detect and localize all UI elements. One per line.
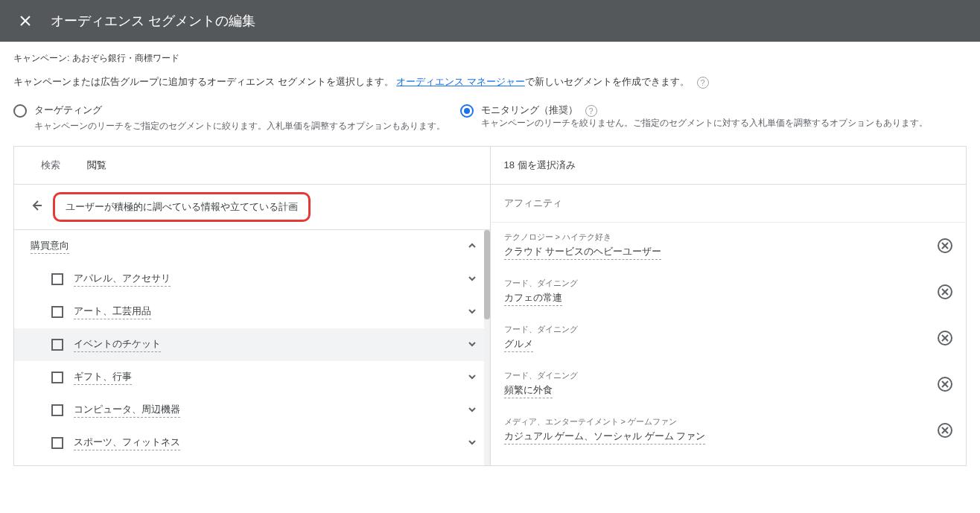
selected-item-path: テクノロジー > ハイテク好き bbox=[504, 232, 931, 243]
scrollbar-thumb[interactable] bbox=[484, 230, 490, 319]
chevron-down-icon bbox=[468, 404, 477, 416]
chevron-down-icon bbox=[468, 306, 477, 318]
list-item-label: イベントのチケット bbox=[74, 337, 161, 352]
radio-monitoring-desc: キャンペーンのリーチを絞りません。ご指定のセグメントに対する入札単価を調整するオ… bbox=[481, 117, 928, 130]
list-item[interactable]: アート、工芸用品 bbox=[14, 296, 490, 328]
chevron-down-icon bbox=[468, 437, 477, 449]
category-list: 購買意向 アパレル、アクセサリアート、工芸用品イベントのチケットギフト、行事コン… bbox=[14, 230, 490, 465]
remove-button[interactable] bbox=[938, 284, 952, 299]
selected-item-label: 頻繁に外食 bbox=[504, 383, 553, 398]
radio-targeting-title: ターゲティング bbox=[34, 103, 445, 117]
help-icon[interactable]: ? bbox=[585, 105, 597, 117]
tab-browse[interactable]: 閲覧 bbox=[74, 147, 120, 184]
selected-list: テクノロジー > ハイテク好きクラウド サービスのヘビーユーザーフード、ダイニン… bbox=[491, 223, 967, 465]
list-item-label: アパレル、アクセサリ bbox=[74, 272, 171, 287]
list-item[interactable]: ギフト、行事 bbox=[14, 361, 490, 394]
radio-monitoring-title: モニタリング（推奨） bbox=[481, 104, 578, 115]
page-title: オーディエンス セグメントの編集 bbox=[51, 12, 255, 30]
chevron-up-icon bbox=[468, 240, 477, 252]
list-item-label: アート、工芸用品 bbox=[74, 305, 151, 319]
category-header: 購買意向 bbox=[31, 239, 69, 254]
back-arrow-icon[interactable] bbox=[28, 197, 45, 217]
radio-targeting-desc: キャンペーンのリーチをご指定のセグメントに絞ります。入札単価を調整するオプション… bbox=[34, 120, 445, 133]
selected-item-path: フード、ダイニング bbox=[504, 324, 931, 335]
instruction-prefix: キャンペーンまたは広告グループに追加するオーディエンス セグメントを選択します。 bbox=[13, 76, 394, 87]
campaign-label: キャンペーン: あおぞら銀行・商標ワード bbox=[0, 42, 980, 71]
list-item[interactable]: スポーツ、フィットネス bbox=[14, 427, 490, 459]
breadcrumb: ユーザーが積極的に調べている情報や立てている計画 bbox=[53, 192, 311, 222]
category-header-row[interactable]: 購買意向 bbox=[14, 230, 490, 263]
list-item-label: コンピュータ、周辺機器 bbox=[74, 403, 180, 418]
checkbox[interactable] bbox=[51, 437, 63, 449]
remove-button[interactable] bbox=[938, 423, 952, 438]
close-icon[interactable] bbox=[18, 13, 33, 28]
affinity-header: アフィニティ bbox=[491, 185, 967, 223]
instruction-text: キャンペーンまたは広告グループに追加するオーディエンス セグメントを選択します。… bbox=[0, 71, 980, 103]
selected-item-label: クラウド サービスのヘビーユーザー bbox=[504, 245, 662, 260]
selected-item: フード、ダイニンググルメ bbox=[491, 315, 967, 361]
chevron-down-icon bbox=[468, 273, 477, 285]
tab-search[interactable]: 検索 bbox=[28, 147, 74, 184]
instruction-suffix: で新しいセグメントを作成できます。 bbox=[525, 76, 690, 87]
remove-button[interactable] bbox=[938, 331, 952, 345]
selected-item-path: メディア、エンターテイメント > ゲームファン bbox=[504, 416, 931, 427]
list-item-label: ギフト、行事 bbox=[74, 370, 132, 385]
checkbox[interactable] bbox=[51, 404, 63, 416]
list-item[interactable]: コンピュータ、周辺機器 bbox=[14, 394, 490, 427]
chevron-down-icon bbox=[468, 372, 477, 383]
list-item[interactable]: アパレル、アクセサリ bbox=[14, 263, 490, 296]
selected-item-path: フード、ダイニング bbox=[504, 370, 931, 381]
selected-item-label: カジュアル ゲーム、ソーシャル ゲーム ファン bbox=[504, 430, 706, 445]
selected-item: フード、ダイニングカフェの常連 bbox=[491, 269, 967, 315]
selected-item-label: カフェの常連 bbox=[504, 291, 562, 306]
radio-monitoring[interactable] bbox=[460, 104, 474, 118]
checkbox[interactable] bbox=[51, 372, 63, 383]
radio-targeting[interactable] bbox=[13, 104, 27, 118]
list-item-label: スポーツ、フィットネス bbox=[74, 436, 180, 450]
list-item[interactable]: イベントのチケット bbox=[14, 328, 490, 361]
audience-manager-link[interactable]: オーディエンス マネージャー bbox=[396, 76, 525, 87]
selected-item: メディア、エンターテイメント > ゲームファンカジュアル ゲーム、ソーシャル ゲ… bbox=[491, 407, 967, 453]
selected-item-label: グルメ bbox=[504, 337, 533, 352]
checkbox[interactable] bbox=[51, 306, 63, 318]
selected-item-path: フード、ダイニング bbox=[504, 278, 931, 289]
selected-count: 18 個を選択済み bbox=[491, 147, 967, 185]
selected-item: テクノロジー > ハイテク好きクラウド サービスのヘビーユーザー bbox=[491, 223, 967, 269]
remove-button[interactable] bbox=[938, 377, 952, 392]
selected-item: フード、ダイニング頻繁に外食 bbox=[491, 361, 967, 407]
remove-button[interactable] bbox=[938, 238, 952, 253]
help-icon[interactable]: ? bbox=[697, 77, 709, 89]
checkbox[interactable] bbox=[51, 339, 63, 351]
chevron-down-icon bbox=[468, 339, 477, 351]
checkbox[interactable] bbox=[51, 273, 63, 285]
